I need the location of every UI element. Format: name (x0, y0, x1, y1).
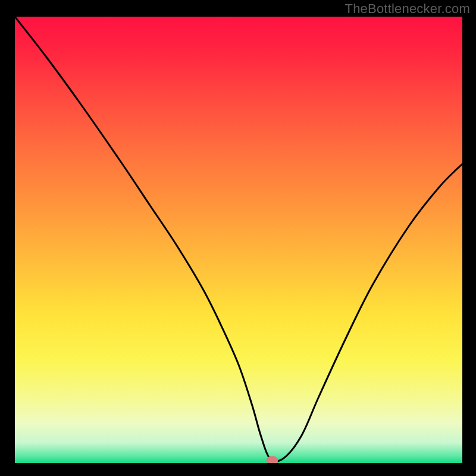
attribution-label: TheBottlenecker.com (345, 1, 470, 17)
plot-area (15, 17, 462, 463)
bottleneck-chart (15, 17, 462, 463)
gradient-background (15, 17, 462, 463)
chart-frame: TheBottlenecker.com (0, 0, 476, 476)
